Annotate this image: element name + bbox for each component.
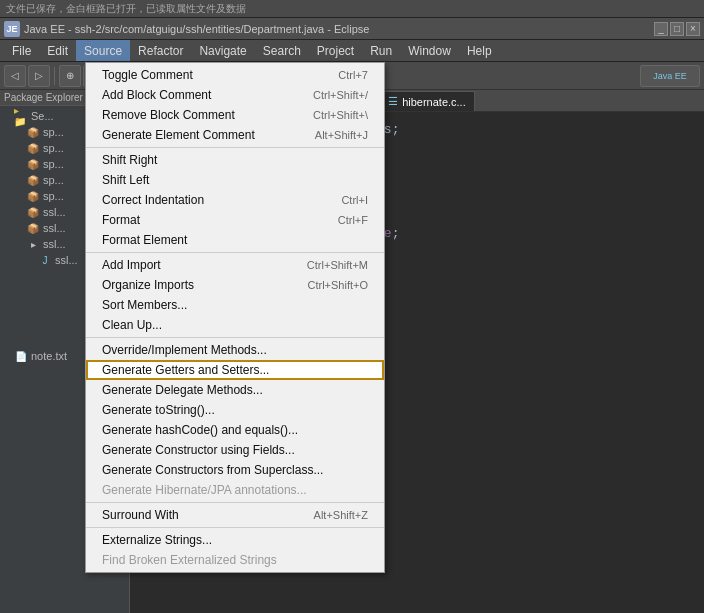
source-dropdown: Toggle Comment Ctrl+7 Add Block Comment … — [85, 62, 385, 573]
eclipse-icon: JE — [4, 21, 20, 37]
info-text: 文件已保存，金白框路已打开，已读取属性文件及数据 — [6, 2, 246, 16]
separator-4 — [86, 502, 384, 503]
menu-search[interactable]: Search — [255, 40, 309, 61]
file-icon-note: 📄 — [14, 349, 28, 363]
package-icon-3: 📦 — [26, 157, 40, 171]
java-icon-1: J — [38, 253, 52, 267]
menu-correct-indentation[interactable]: Correct Indentation Ctrl+I — [86, 190, 384, 210]
package-icon-7: 📦 — [26, 221, 40, 235]
menu-generate-hashcode-equals[interactable]: Generate hashCode() and equals()... — [86, 420, 384, 440]
menu-generate-delegate-methods[interactable]: Generate Delegate Methods... — [86, 380, 384, 400]
menu-generate-getters-setters[interactable]: Generate Getters and Setters... — [86, 360, 384, 380]
package-icon-1: 📦 — [26, 125, 40, 139]
menu-find-broken-externalized: Find Broken Externalized Strings — [86, 550, 384, 570]
menu-run[interactable]: Run — [362, 40, 400, 61]
menu-surround-with[interactable]: Surround With Alt+Shift+Z — [86, 505, 384, 525]
package-icon-4: 📦 — [26, 173, 40, 187]
separator-5 — [86, 527, 384, 528]
separator-3 — [86, 337, 384, 338]
window-title: Java EE - ssh-2/src/com/atguigu/ssh/enti… — [24, 23, 650, 35]
toolbar-btn-2[interactable]: ▷ — [28, 65, 50, 87]
package-icon-5: 📦 — [26, 189, 40, 203]
menu-generate-tostring[interactable]: Generate toString()... — [86, 400, 384, 420]
separator-1 — [86, 147, 384, 148]
menu-file[interactable]: File — [4, 40, 39, 61]
menu-bar: File Edit Source Refactor Navigate Searc… — [0, 40, 704, 62]
menu-edit[interactable]: Edit — [39, 40, 76, 61]
package-icon-2: 📦 — [26, 141, 40, 155]
toolbar-sep-1 — [54, 67, 55, 85]
menu-clean-up[interactable]: Clean Up... — [86, 315, 384, 335]
menu-toggle-comment[interactable]: Toggle Comment Ctrl+7 — [86, 65, 384, 85]
menu-remove-block-comment[interactable]: Remove Block Comment Ctrl+Shift+\ — [86, 105, 384, 125]
menu-format-element[interactable]: Format Element — [86, 230, 384, 250]
toolbar-perspective-btn[interactable]: Java EE — [640, 65, 700, 87]
menu-refactor[interactable]: Refactor — [130, 40, 191, 61]
minimize-button[interactable]: _ — [654, 22, 668, 36]
menu-navigate[interactable]: Navigate — [191, 40, 254, 61]
folder-icon-1: ▸📁 — [14, 109, 28, 123]
menu-format[interactable]: Format Ctrl+F — [86, 210, 384, 230]
info-bar: 文件已保存，金白框路已打开，已读取属性文件及数据 — [0, 0, 704, 18]
menu-shift-right[interactable]: Shift Right — [86, 150, 384, 170]
tab-hibernate-icon: ☰ — [388, 95, 398, 108]
tab-hibernate-c[interactable]: ☰ hibernate.c... — [379, 91, 475, 111]
toolbar-right: Java EE — [640, 65, 700, 87]
menu-externalize-strings[interactable]: Externalize Strings... — [86, 530, 384, 550]
menu-shift-left[interactable]: Shift Left — [86, 170, 384, 190]
menu-generate-constructor-fields[interactable]: Generate Constructor using Fields... — [86, 440, 384, 460]
menu-add-block-comment[interactable]: Add Block Comment Ctrl+Shift+/ — [86, 85, 384, 105]
menu-organize-imports[interactable]: Organize Imports Ctrl+Shift+O — [86, 275, 384, 295]
expand-icon-1: ▸ — [26, 237, 40, 251]
menu-source[interactable]: Source — [76, 40, 130, 61]
menu-window[interactable]: Window — [400, 40, 459, 61]
menu-generate-constructors-superclass[interactable]: Generate Constructors from Superclass... — [86, 460, 384, 480]
separator-2 — [86, 252, 384, 253]
close-button[interactable]: × — [686, 22, 700, 36]
window-bar: JE Java EE - ssh-2/src/com/atguigu/ssh/e… — [0, 18, 704, 40]
menu-override-implement[interactable]: Override/Implement Methods... — [86, 340, 384, 360]
toolbar-btn-3[interactable]: ⊕ — [59, 65, 81, 87]
menu-add-import[interactable]: Add Import Ctrl+Shift+M — [86, 255, 384, 275]
maximize-button[interactable]: □ — [670, 22, 684, 36]
menu-generate-element-comment[interactable]: Generate Element Comment Alt+Shift+J — [86, 125, 384, 145]
package-icon-6: 📦 — [26, 205, 40, 219]
menu-project[interactable]: Project — [309, 40, 362, 61]
menu-generate-hibernate-jpa: Generate Hibernate/JPA annotations... — [86, 480, 384, 500]
toolbar-btn-1[interactable]: ◁ — [4, 65, 26, 87]
menu-help[interactable]: Help — [459, 40, 500, 61]
menu-sort-members[interactable]: Sort Members... — [86, 295, 384, 315]
